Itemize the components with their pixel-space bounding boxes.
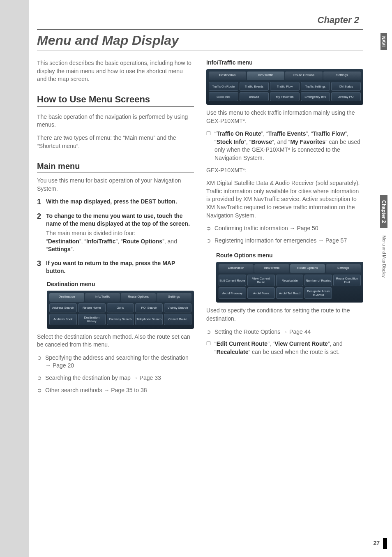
subhead-route-options-menu: Route Options menu <box>216 252 363 259</box>
chapter-label: Chapter 2 <box>37 15 363 25</box>
crossref: Setting the Route Options → Page 44 <box>214 328 363 336</box>
subhead-destination-menu: Destination menu <box>47 281 194 287</box>
body-text: Use this menu to check traffic informati… <box>206 109 363 125</box>
arrow-icon: ➲ <box>206 328 214 336</box>
step-text: If you want to return to the map, press … <box>46 259 194 275</box>
box-icon: ❐ <box>206 340 214 356</box>
nav-button[interactable]: Freeway Search <box>107 314 134 325</box>
side-tabs: NAVI Chapter 2 Menu and Map Display <box>379 33 389 282</box>
nav-button[interactable]: Stock Info <box>209 92 238 101</box>
nav-button[interactable]: Edit Current Route <box>219 275 246 286</box>
intro-text: This section describes the basic operati… <box>37 59 194 83</box>
crossref: Other search methods → Page 35 to 38 <box>45 386 194 395</box>
nav-button[interactable]: Return Home <box>78 303 106 312</box>
route-options-menu-screenshot: Destination Info/Traffic Route Options S… <box>216 262 363 303</box>
nav-button[interactable]: Designate Areas to Avoid <box>304 287 332 299</box>
page-number: 27 <box>373 540 380 546</box>
gex-body: XM Digital Satellite Data & Audio Receiv… <box>206 179 363 220</box>
tab-route-options[interactable]: Route Options <box>290 264 325 273</box>
body-text: Select the destination search method. Al… <box>37 333 194 349</box>
arrow-icon: ➲ <box>37 374 45 382</box>
step-number: 2 <box>37 212 46 254</box>
tab-info-traffic[interactable]: Info/Traffic <box>247 72 284 80</box>
nav-button[interactable]: Address Search <box>49 303 77 312</box>
nav-button[interactable]: Traffic On Route <box>209 82 238 91</box>
nav-button[interactable]: Number of Routes <box>304 275 332 286</box>
note-text: “Traffic On Route”, “Traffic Events”, “T… <box>214 130 363 162</box>
arrow-icon: ➲ <box>206 237 214 245</box>
destination-menu-screenshot: Destination Info/Traffic Route Options S… <box>47 291 194 329</box>
subhead-info-traffic-menu: Info/Traffic menu <box>206 59 363 66</box>
note-text: “Edit Current Route”, “View Current Rout… <box>214 340 363 356</box>
crossref: Registering information for emergencies … <box>214 237 363 245</box>
nav-button[interactable]: Avoid Toll Road <box>276 287 304 299</box>
body-text: There are two types of menu: the “Main m… <box>37 134 194 150</box>
heading-rule <box>37 106 194 107</box>
step-text: With the map displayed, press the DEST b… <box>46 198 194 206</box>
tab-destination[interactable]: Destination <box>49 293 84 302</box>
arrow-icon: ➲ <box>37 354 45 370</box>
nav-button[interactable]: Telephone Search <box>135 314 163 325</box>
tab-settings[interactable]: Settings <box>157 293 191 302</box>
body-text: The basic operation of the navigation is… <box>37 113 194 129</box>
step-number: 3 <box>37 259 46 275</box>
nav-button[interactable]: View Current Route <box>247 275 275 286</box>
tab-destination[interactable]: Destination <box>209 72 246 80</box>
tab-settings[interactable]: Settings <box>323 72 361 80</box>
arrow-icon: ➲ <box>206 224 214 233</box>
box-icon: ❐ <box>206 130 214 162</box>
step-sub: The main menu is divided into four: “Des… <box>46 229 194 254</box>
page-number-marker <box>383 538 387 549</box>
arrow-icon: ➲ <box>37 386 45 395</box>
nav-button[interactable]: Recalculate <box>276 275 304 286</box>
left-margin <box>0 0 29 557</box>
side-tab-navi: NAVI <box>380 33 387 50</box>
nav-button[interactable]: Avoid Freeway <box>219 287 246 299</box>
nav-button[interactable]: Browse <box>240 92 269 101</box>
tab-info-traffic[interactable]: Info/Traffic <box>254 264 289 273</box>
nav-button[interactable]: POI Search <box>135 303 163 312</box>
nav-button[interactable]: Vicinity Search <box>164 303 191 312</box>
nav-button[interactable]: Avoid Ferry <box>247 287 275 299</box>
nav-button[interactable]: Address Book <box>49 314 77 325</box>
gex-heading: GEX-P10XMT*: <box>206 166 363 175</box>
nav-button[interactable]: Traffic Flow <box>270 82 300 91</box>
tab-destination[interactable]: Destination <box>219 264 254 273</box>
crossref: Searching the destination by map → Page … <box>45 374 194 382</box>
nav-button[interactable]: Go to <box>107 303 134 312</box>
nav-button[interactable]: My Favorites <box>270 92 300 101</box>
nav-button[interactable]: Traffic Settings <box>301 82 330 91</box>
tab-info-traffic[interactable]: Info/Traffic <box>85 293 120 302</box>
heading-how-to-use: How to Use Menu Screens <box>37 94 194 105</box>
nav-button[interactable]: XM Status <box>331 82 361 91</box>
step-number: 1 <box>37 198 46 206</box>
tab-route-options[interactable]: Route Options <box>285 72 323 80</box>
nav-button[interactable]: Destination History <box>78 314 106 325</box>
divider <box>37 51 363 51</box>
body-text: You use this menu for basic operation of… <box>37 177 194 193</box>
side-tab-section: Menu and Map Display <box>381 232 387 281</box>
nav-button[interactable]: Emergency Info <box>301 92 330 101</box>
tab-settings[interactable]: Settings <box>326 264 361 273</box>
nav-button[interactable]: Cancel Route <box>164 314 191 325</box>
heading-rule <box>37 172 194 173</box>
divider <box>37 29 363 30</box>
heading-main-menu: Main menu <box>37 162 194 171</box>
crossref: Confirming traffic information → Page 50 <box>214 224 363 233</box>
nav-button[interactable]: Overlay POI <box>331 92 361 101</box>
nav-button[interactable]: Route Condition Fast <box>333 275 361 286</box>
page-title: Menu and Map Display <box>37 33 363 48</box>
tab-route-options[interactable]: Route Options <box>121 293 156 302</box>
step-text: To change to the menu you want to use, t… <box>46 212 194 228</box>
side-tab-chapter: Chapter 2 <box>380 195 387 228</box>
crossref: Specifying the address and searching for… <box>45 354 194 370</box>
nav-button[interactable]: Traffic Events <box>240 82 269 91</box>
body-text: Used to specify the conditions for setti… <box>206 307 363 323</box>
info-traffic-menu-screenshot: Destination Info/Traffic Route Options S… <box>206 69 363 105</box>
